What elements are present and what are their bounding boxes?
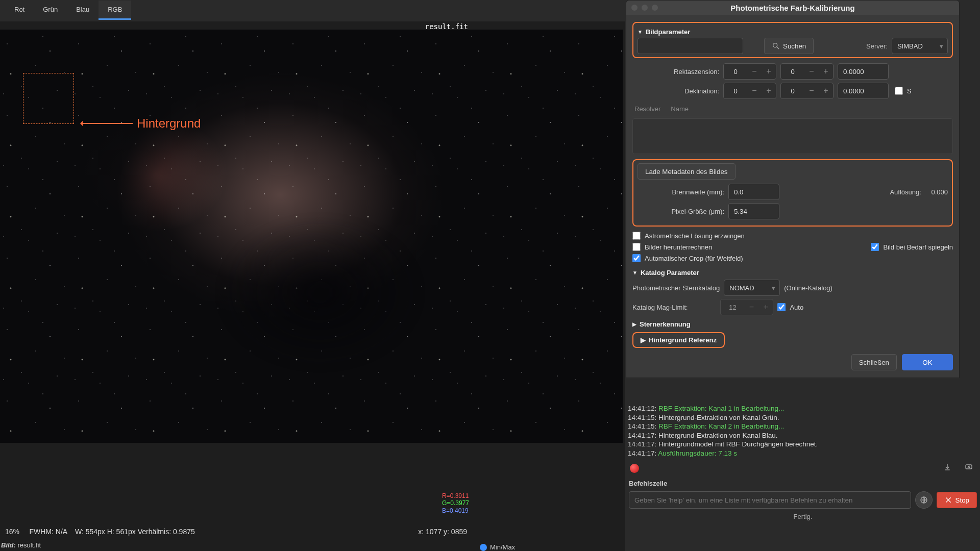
autocrop-label: Automatischer Crop (für Weitfeld) [645, 255, 743, 262]
dec-deg-spin[interactable]: −+ [723, 83, 776, 99]
col-resolver: Resolver [634, 105, 660, 113]
load-metadata-button[interactable]: Lade Metadaten des Bildes [638, 163, 736, 180]
command-input[interactable] [629, 491, 911, 509]
section-catalog-params-label: Katalog Parameter [641, 269, 699, 277]
object-search-input[interactable] [638, 38, 743, 54]
search-button[interactable]: Suchen [764, 38, 814, 54]
chevron-down-icon: ▼ [632, 270, 638, 276]
flip-checkbox[interactable] [871, 243, 879, 251]
log-panel: 14:41:12: RBF Extraktion: Kanal 1 in Bea… [626, 403, 980, 522]
stat-b: B=0.4019 [442, 507, 469, 514]
fwhm-label: FWHM: [29, 528, 53, 536]
dec-south-checkbox[interactable] [895, 87, 903, 95]
stop-button[interactable]: Stop [937, 492, 977, 508]
file-label: Bild: result.fit [1, 541, 41, 549]
resolver-list[interactable] [632, 118, 953, 154]
dialog-titlebar[interactable]: Photometrische Farb-Kalibrierung [626, 1, 959, 15]
ra-min-spin[interactable]: −+ [780, 63, 834, 80]
pixel-input[interactable] [728, 203, 779, 219]
ra-hours-spin[interactable]: −+ [723, 63, 776, 80]
section-image-params[interactable]: ▼ Bildparameter [638, 28, 948, 36]
maglimit-auto-label: Auto [790, 304, 803, 311]
flip-label: Bild bei Bedarf spiegeln [883, 243, 953, 251]
stat-r: R=0.3911 [442, 492, 469, 499]
log-output[interactable]: 14:41:12: RBF Extraktion: Kanal 1 in Bea… [626, 403, 980, 459]
col-name: Name [671, 105, 689, 113]
catalog-select[interactable]: NOMAD [724, 280, 780, 296]
dec-south-label: S [907, 87, 912, 95]
downsample-label: Bilder herunterrechnen [645, 243, 712, 251]
server-select[interactable]: SIMBAD [892, 38, 948, 54]
downsample-checkbox[interactable] [632, 243, 641, 251]
maglimit-auto-checkbox[interactable] [777, 303, 786, 311]
tab-blue[interactable]: Blau [67, 1, 99, 20]
section-bg-reference-label: Hintergrund Referenz [649, 336, 717, 344]
force-astrometry-label: Astrometrische Lösung erzwingen [645, 232, 745, 240]
cursor-coords: x: 1077 y: 0859 [418, 528, 467, 539]
stat-g: G=0.3977 [442, 499, 469, 507]
minmax-label: Min/Max [490, 543, 515, 551]
tab-red[interactable]: Rot [5, 1, 34, 20]
maglimit-spin: −+ [720, 299, 773, 315]
record-indicator-icon[interactable] [630, 464, 639, 473]
section-catalog-params[interactable]: ▼ Katalog Parameter [632, 269, 953, 277]
globe-icon[interactable] [915, 491, 933, 509]
dec-deg-input[interactable] [838, 83, 889, 99]
tab-green[interactable]: Grün [34, 1, 67, 20]
ready-status: Fertig. [626, 511, 980, 522]
ra-label: Rektaszension: [632, 68, 719, 76]
resolution-value: 0.000 [931, 188, 948, 196]
annotation-label: Hintergrund [137, 116, 201, 131]
pixel-label: Pixel-Größe (μm): [638, 208, 724, 215]
fwhm-value: N/A [56, 528, 67, 536]
tab-rgb[interactable]: RGB [99, 1, 131, 20]
pcc-dialog: Photometrische Farb-Kalibrierung ▼ Bildp… [626, 0, 960, 378]
commandline-label: Befehlszeile [626, 478, 980, 489]
status-bar: 16% FWHM: N/A W: 554px H: 561px Verhältn… [0, 528, 625, 539]
dialog-title: Photometrische Farb-Kalibrierung [730, 4, 854, 12]
dimensions: W: 554px H: 561px Verhältnis: 0.9875 [75, 528, 195, 536]
force-astrometry-checkbox[interactable] [632, 232, 641, 240]
catalog-hint: (Online-Katalog) [784, 284, 832, 292]
dec-label: Deklination: [632, 87, 719, 95]
zoom-level: 16% [5, 528, 19, 536]
minmax-toggle[interactable]: Min/Max [480, 543, 515, 551]
resolver-list-header: Resolver Name [632, 102, 953, 116]
chevron-down-icon: ▼ [638, 29, 643, 35]
section-image-params-label: Bildparameter [646, 28, 690, 36]
window-controls[interactable] [631, 5, 658, 11]
catalog-label: Photometrischer Sternkatalog [632, 284, 720, 292]
autocrop-checkbox[interactable] [632, 254, 641, 262]
rgb-stats: R=0.3911 G=0.3977 B=0.4019 [442, 492, 469, 514]
radio-icon [480, 544, 487, 551]
channel-tabs: Rot Grün Blau RGB [0, 0, 136, 20]
clear-log-icon[interactable] [962, 462, 976, 474]
server-label: Server: [866, 42, 888, 50]
ra-deg-input[interactable] [838, 63, 889, 80]
focal-label: Brennweite (mm): [638, 188, 724, 196]
svg-line-3 [777, 47, 779, 49]
ok-button[interactable]: OK [902, 354, 953, 370]
chevron-right-icon: ▶ [632, 321, 636, 327]
resolution-label: Auflösung: [890, 188, 921, 196]
image-canvas[interactable]: Hintergrund [0, 30, 623, 443]
dec-min-spin[interactable]: −+ [780, 83, 834, 99]
section-bg-reference[interactable]: ▶ Hintergrund Referenz [641, 336, 717, 344]
section-star-detection-label: Sternerkennung [640, 320, 691, 328]
focal-input[interactable] [728, 184, 779, 200]
close-button[interactable]: Schließen [851, 354, 897, 370]
selection-box[interactable] [23, 73, 74, 124]
maglimit-label: Katalog Mag-Limit: [632, 304, 688, 311]
export-log-icon[interactable] [940, 462, 954, 474]
image-viewport[interactable]: result.fit Hintergrund R=0.3911 G=0.3977… [0, 21, 625, 551]
svg-point-2 [773, 43, 777, 47]
section-star-detection[interactable]: ▶ Sternerkennung [632, 320, 953, 328]
annotation-arrow: Hintergrund [82, 116, 201, 131]
